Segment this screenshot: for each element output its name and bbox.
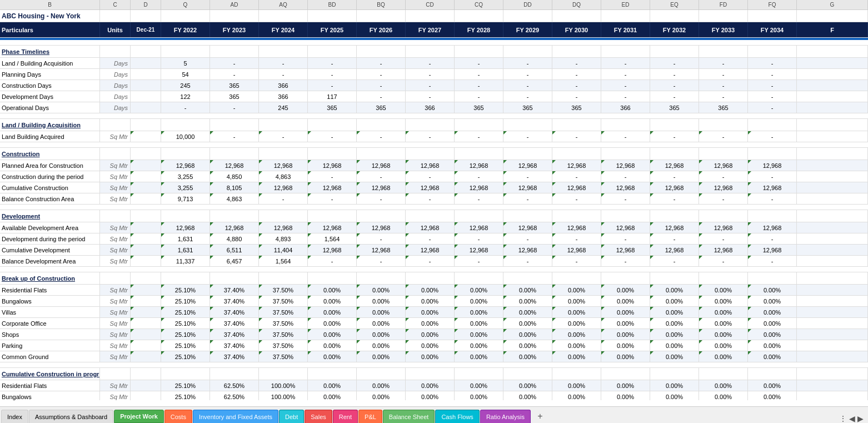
col-CD: CD <box>406 0 455 9</box>
construction-header-row: Construction <box>0 148 868 160</box>
development-header-row: Development <box>0 210 868 222</box>
table-row: Planning Days Days 54 - - - - - - - - - … <box>0 69 868 80</box>
table-row: Villas Sq Mtr 25.10% 37.40% 37.50% 0.00%… <box>0 307 868 318</box>
col-AD: AD <box>210 0 259 9</box>
particulars-header: Particulars <box>0 22 100 37</box>
tab-project-work[interactable]: Project Work <box>114 410 164 423</box>
company-empty-bq <box>357 10 406 22</box>
tab-inventory-fixed-assets[interactable]: Inventory and Fixed Assets <box>193 410 278 423</box>
col-FQ: FQ <box>748 0 797 9</box>
table-row: Bungalows Sq Mtr 25.10% 37.40% 37.50% 0.… <box>0 296 868 307</box>
company-empty-c <box>100 10 131 22</box>
tab-debt[interactable]: Debt <box>279 410 304 423</box>
fy2026-header: FY 2026 <box>357 22 406 37</box>
scroll-right-icon[interactable]: ▶ <box>857 414 864 423</box>
table-row: Bungalows Sq Mtr 25.10% 62.50% 100.00% 0… <box>0 391 868 400</box>
company-empty-cd <box>406 10 455 22</box>
company-empty-ad <box>210 10 259 22</box>
add-sheet-button[interactable]: + <box>533 410 547 423</box>
table-row: Operational Days Days - - 245 365 365 36… <box>0 102 868 113</box>
table-row: Development Days Days 122 365 366 117 - … <box>0 91 868 102</box>
col-Q: Q <box>161 0 210 9</box>
tab-ratio-analysis[interactable]: Ratio Analysis <box>480 410 531 423</box>
table-row: Available Development Area Sq Mtr 12,968… <box>0 222 868 233</box>
tab-rent[interactable]: Rent <box>333 410 358 423</box>
col-EQ: EQ <box>650 0 699 9</box>
tab-cash-flows[interactable]: Cash Flows <box>435 410 479 423</box>
company-empty-dd <box>503 10 552 22</box>
cumulative-construction-header-row: Cumulative Construction in progress <box>0 368 868 380</box>
col-header-row: B C D Q AD AQ BD BQ CD CQ DD DQ ED EQ FD… <box>0 0 868 10</box>
table-row: Residential Flats Sq Mtr 25.10% 37.40% 3… <box>0 285 868 296</box>
tab-scroll-controls: ⋮ ◀ ▶ <box>839 414 868 423</box>
fy2034-header: FY 2034 <box>748 22 797 37</box>
company-title-row: ABC Housing - New York <box>0 10 868 22</box>
table-row: Planned Area for Construction Sq Mtr 12,… <box>0 160 868 171</box>
col-CQ: CQ <box>455 0 503 9</box>
fy2025-header: FY 2025 <box>308 22 357 37</box>
fy2022-header: FY 2022 <box>161 22 210 37</box>
table-row: Construction Days Days 245 365 366 - - -… <box>0 80 868 91</box>
col-DD: DD <box>503 0 552 9</box>
table-row: Balance Development Area Sq Mtr 11,337 6… <box>0 256 868 267</box>
table-row: Cumulative Construction Sq Mtr 3,255 8,1… <box>0 182 868 193</box>
fy2028-header: FY 2028 <box>455 22 503 37</box>
spacer-1 <box>0 40 868 46</box>
fy2031-header: FY 2031 <box>601 22 650 37</box>
company-empty-q <box>161 10 210 22</box>
fy2032-header: FY 2032 <box>650 22 699 37</box>
col-DQ: DQ <box>552 0 601 9</box>
spacer-2 <box>0 113 868 119</box>
tab-assumptions-dashboard[interactable]: Assumptions & Dashboard <box>29 410 113 423</box>
more-sheets-icon[interactable]: ⋮ <box>839 414 847 423</box>
tab-bar: Index Assumptions & Dashboard Project Wo… <box>0 406 868 423</box>
land-acquisition-header-row: Land / Building Acquisition <box>0 119 868 131</box>
units-header: Units <box>100 22 131 37</box>
table-row: Corporate Office Sq Mtr 25.10% 37.40% 37… <box>0 318 868 329</box>
phase-timelines-title: Phase Timelines <box>0 46 100 57</box>
fy2029-header: FY 2029 <box>503 22 552 37</box>
company-empty-dq <box>552 10 601 22</box>
breakup-header-row: Break up of Construction <box>0 272 868 285</box>
dec21-header: Dec-21 <box>131 22 161 37</box>
col-D: D <box>131 0 161 9</box>
spacer-5 <box>0 267 868 272</box>
tab-balance-sheet[interactable]: Balance Sheet <box>383 410 435 423</box>
fy2033-header: FY 2033 <box>699 22 748 37</box>
spacer-6 <box>0 362 868 368</box>
company-empty-fq <box>748 10 797 22</box>
col-AQ: AQ <box>259 0 308 9</box>
tab-sales[interactable]: Sales <box>305 410 332 423</box>
tab-costs[interactable]: Costs <box>164 410 192 423</box>
company-empty-d <box>131 10 161 22</box>
table-row: Common Ground Sq Mtr 25.10% 37.40% 37.50… <box>0 351 868 362</box>
col-ED: ED <box>601 0 650 9</box>
table-row: Land Building Acquired Sq Mtr 10,000 - -… <box>0 131 868 142</box>
company-empty-ed <box>601 10 650 22</box>
company-empty-fd <box>699 10 748 22</box>
col-BQ: BQ <box>357 0 406 9</box>
fy2023-header: FY 2023 <box>210 22 259 37</box>
company-empty-bd <box>308 10 357 22</box>
table-row: Development during the period Sq Mtr 1,6… <box>0 233 868 245</box>
table-row: Construction during the period Sq Mtr 3,… <box>0 171 868 182</box>
f-header: F <box>797 22 868 37</box>
table-row: Residential Flats Sq Mtr 25.10% 62.50% 1… <box>0 380 868 391</box>
spacer-3 <box>0 142 868 148</box>
table-row: Shops Sq Mtr 25.10% 37.40% 37.50% 0.00% … <box>0 329 868 340</box>
col-G: G <box>797 0 868 9</box>
fy2027-header: FY 2027 <box>406 22 455 37</box>
company-title: ABC Housing - New York <box>0 10 100 22</box>
fy2030-header: FY 2030 <box>552 22 601 37</box>
fy2024-header: FY 2024 <box>259 22 308 37</box>
tab-index[interactable]: Index <box>1 410 28 423</box>
col-B: B <box>0 0 100 9</box>
table-row: Land / Building Acquisition Days 5 - - -… <box>0 58 868 69</box>
fy-header-row: Particulars Units Dec-21 FY 2022 FY 2023… <box>0 22 868 38</box>
col-FD: FD <box>699 0 748 9</box>
company-empty-cq <box>455 10 503 22</box>
tab-pl[interactable]: P&L <box>358 410 382 423</box>
company-empty-aq <box>259 10 308 22</box>
spacer-4 <box>0 205 868 210</box>
scroll-left-icon[interactable]: ◀ <box>849 414 855 423</box>
